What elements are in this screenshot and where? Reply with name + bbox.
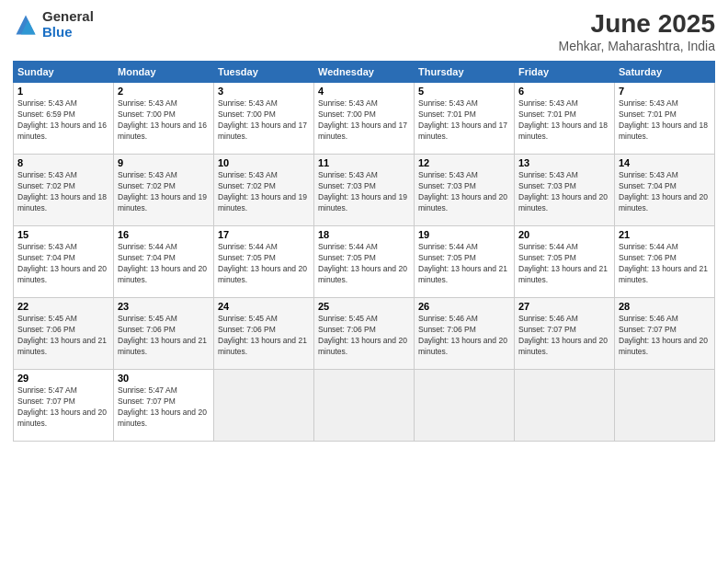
calendar-subtitle: Mehkar, Maharashtra, India (559, 39, 715, 53)
calendar-week-5: 29Sunrise: 5:47 AMSunset: 7:07 PMDayligh… (14, 370, 715, 442)
header-wednesday: Wednesday (314, 62, 415, 83)
day-number: 17 (218, 229, 310, 240)
day-info: Sunrise: 5:44 AMSunset: 7:05 PMDaylight:… (518, 242, 610, 286)
day-number: 16 (118, 229, 210, 240)
day-number: 3 (218, 86, 310, 97)
calendar-cell (415, 370, 515, 442)
logo-blue-text: Blue (42, 25, 94, 40)
calendar-cell: 26Sunrise: 5:46 AMSunset: 7:06 PMDayligh… (415, 298, 515, 370)
logo-text: General Blue (42, 9, 94, 40)
day-info: Sunrise: 5:43 AMSunset: 7:02 PMDaylight:… (118, 170, 210, 214)
calendar-cell: 10Sunrise: 5:43 AMSunset: 7:02 PMDayligh… (214, 155, 314, 226)
day-number: 2 (118, 86, 210, 97)
header-monday: Monday (114, 62, 214, 83)
header-friday: Friday (515, 62, 615, 83)
day-number: 29 (17, 373, 109, 384)
day-info: Sunrise: 5:43 AMSunset: 7:01 PMDaylight:… (418, 98, 510, 143)
calendar-cell: 16Sunrise: 5:44 AMSunset: 7:04 PMDayligh… (114, 226, 214, 298)
day-number: 5 (418, 86, 510, 97)
calendar-cell: 27Sunrise: 5:46 AMSunset: 7:07 PMDayligh… (515, 298, 615, 370)
day-info: Sunrise: 5:45 AMSunset: 7:06 PMDaylight:… (118, 314, 210, 358)
calendar-cell: 2Sunrise: 5:43 AMSunset: 7:00 PMDaylight… (114, 83, 214, 155)
calendar-cell: 18Sunrise: 5:44 AMSunset: 7:05 PMDayligh… (314, 226, 415, 298)
day-info: Sunrise: 5:45 AMSunset: 7:06 PMDaylight:… (318, 314, 410, 358)
day-number: 11 (318, 157, 410, 168)
header-tuesday: Tuesday (214, 62, 314, 83)
calendar-cell: 21Sunrise: 5:44 AMSunset: 7:06 PMDayligh… (615, 226, 715, 298)
calendar-cell: 14Sunrise: 5:43 AMSunset: 7:04 PMDayligh… (615, 155, 715, 226)
day-number: 7 (619, 86, 711, 97)
header-saturday: Saturday (615, 62, 715, 83)
day-number: 9 (118, 157, 210, 168)
calendar-cell: 7Sunrise: 5:43 AMSunset: 7:01 PMDaylight… (615, 83, 715, 155)
day-info: Sunrise: 5:43 AMSunset: 7:00 PMDaylight:… (218, 98, 310, 143)
main-container: General Blue June 2025 Mehkar, Maharasht… (0, 0, 728, 451)
day-info: Sunrise: 5:43 AMSunset: 7:03 PMDaylight:… (518, 170, 610, 214)
day-info: Sunrise: 5:47 AMSunset: 7:07 PMDaylight:… (118, 385, 210, 430)
day-number: 6 (518, 86, 610, 97)
day-number: 18 (318, 229, 410, 240)
day-number: 19 (418, 229, 510, 240)
day-number: 28 (619, 301, 711, 312)
calendar-cell: 19Sunrise: 5:44 AMSunset: 7:05 PMDayligh… (415, 226, 515, 298)
calendar-cell: 12Sunrise: 5:43 AMSunset: 7:03 PMDayligh… (415, 155, 515, 226)
day-info: Sunrise: 5:44 AMSunset: 7:06 PMDaylight:… (619, 242, 711, 286)
day-info: Sunrise: 5:43 AMSunset: 7:04 PMDaylight:… (619, 170, 711, 214)
calendar-cell: 25Sunrise: 5:45 AMSunset: 7:06 PMDayligh… (314, 298, 415, 370)
calendar-week-2: 8Sunrise: 5:43 AMSunset: 7:02 PMDaylight… (14, 155, 715, 226)
calendar-cell (214, 370, 314, 442)
calendar-cell: 29Sunrise: 5:47 AMSunset: 7:07 PMDayligh… (14, 370, 114, 442)
calendar-cell: 28Sunrise: 5:46 AMSunset: 7:07 PMDayligh… (615, 298, 715, 370)
calendar-cell: 23Sunrise: 5:45 AMSunset: 7:06 PMDayligh… (114, 298, 214, 370)
calendar-cell (515, 370, 615, 442)
day-number: 13 (518, 157, 610, 168)
calendar-week-4: 22Sunrise: 5:45 AMSunset: 7:06 PMDayligh… (14, 298, 715, 370)
day-info: Sunrise: 5:44 AMSunset: 7:05 PMDaylight:… (418, 242, 510, 286)
header-sunday: Sunday (14, 62, 114, 83)
header-thursday: Thursday (415, 62, 515, 83)
day-info: Sunrise: 5:46 AMSunset: 7:07 PMDaylight:… (619, 314, 711, 358)
day-info: Sunrise: 5:47 AMSunset: 7:07 PMDaylight:… (17, 385, 109, 430)
day-number: 10 (218, 157, 310, 168)
title-block: June 2025 Mehkar, Maharashtra, India (559, 9, 715, 53)
day-info: Sunrise: 5:43 AMSunset: 7:02 PMDaylight:… (218, 170, 310, 214)
day-number: 12 (418, 157, 510, 168)
day-info: Sunrise: 5:43 AMSunset: 7:01 PMDaylight:… (518, 98, 610, 143)
day-info: Sunrise: 5:44 AMSunset: 7:05 PMDaylight:… (218, 242, 310, 286)
calendar-cell: 11Sunrise: 5:43 AMSunset: 7:03 PMDayligh… (314, 155, 415, 226)
day-info: Sunrise: 5:43 AMSunset: 7:03 PMDaylight:… (318, 170, 410, 214)
calendar-table: SundayMondayTuesdayWednesdayThursdayFrid… (13, 61, 715, 442)
day-number: 25 (318, 301, 410, 312)
calendar-cell: 6Sunrise: 5:43 AMSunset: 7:01 PMDaylight… (515, 83, 615, 155)
calendar-header-row: SundayMondayTuesdayWednesdayThursdayFrid… (14, 62, 715, 83)
calendar-cell: 22Sunrise: 5:45 AMSunset: 7:06 PMDayligh… (14, 298, 114, 370)
calendar-cell: 15Sunrise: 5:43 AMSunset: 7:04 PMDayligh… (14, 226, 114, 298)
day-info: Sunrise: 5:44 AMSunset: 7:04 PMDaylight:… (118, 242, 210, 286)
calendar-cell: 1Sunrise: 5:43 AMSunset: 6:59 PMDaylight… (14, 83, 114, 155)
calendar-cell: 3Sunrise: 5:43 AMSunset: 7:00 PMDaylight… (214, 83, 314, 155)
logo-icon (13, 12, 39, 38)
day-number: 8 (17, 157, 109, 168)
day-info: Sunrise: 5:46 AMSunset: 7:07 PMDaylight:… (518, 314, 610, 358)
day-info: Sunrise: 5:43 AMSunset: 7:04 PMDaylight:… (17, 242, 109, 286)
calendar-cell: 30Sunrise: 5:47 AMSunset: 7:07 PMDayligh… (114, 370, 214, 442)
day-number: 21 (619, 229, 711, 240)
calendar-title: June 2025 (559, 9, 715, 39)
day-info: Sunrise: 5:45 AMSunset: 7:06 PMDaylight:… (218, 314, 310, 358)
logo: General Blue (13, 9, 94, 40)
day-info: Sunrise: 5:44 AMSunset: 7:05 PMDaylight:… (318, 242, 410, 286)
calendar-cell: 9Sunrise: 5:43 AMSunset: 7:02 PMDaylight… (114, 155, 214, 226)
calendar-cell: 4Sunrise: 5:43 AMSunset: 7:00 PMDaylight… (314, 83, 415, 155)
calendar-cell: 24Sunrise: 5:45 AMSunset: 7:06 PMDayligh… (214, 298, 314, 370)
day-info: Sunrise: 5:43 AMSunset: 7:01 PMDaylight:… (619, 98, 711, 143)
day-number: 14 (619, 157, 711, 168)
calendar-cell (615, 370, 715, 442)
header: General Blue June 2025 Mehkar, Maharasht… (13, 9, 715, 53)
day-number: 30 (118, 373, 210, 384)
calendar-week-1: 1Sunrise: 5:43 AMSunset: 6:59 PMDaylight… (14, 83, 715, 155)
day-number: 27 (518, 301, 610, 312)
calendar-cell: 17Sunrise: 5:44 AMSunset: 7:05 PMDayligh… (214, 226, 314, 298)
day-number: 22 (17, 301, 109, 312)
day-info: Sunrise: 5:45 AMSunset: 7:06 PMDaylight:… (17, 314, 109, 358)
calendar-cell: 8Sunrise: 5:43 AMSunset: 7:02 PMDaylight… (14, 155, 114, 226)
